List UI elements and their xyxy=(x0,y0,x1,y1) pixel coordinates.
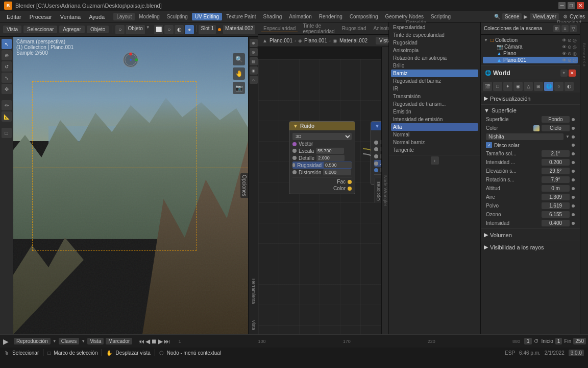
mp-especularidad[interactable]: Especularidad xyxy=(261,25,298,32)
collections-funnel[interactable]: ▽ xyxy=(570,25,577,32)
scene-name[interactable]: Scene xyxy=(502,13,522,20)
tool-annotate[interactable]: ✏ xyxy=(2,100,12,110)
altitud-dot[interactable] xyxy=(572,187,575,190)
mp-anisotropia-list[interactable]: Anisotropia xyxy=(391,47,478,54)
elevacion-dot[interactable] xyxy=(572,170,575,173)
relieve-altura-socket[interactable] xyxy=(374,162,378,166)
menu-ventana[interactable]: Ventana xyxy=(57,13,84,21)
wn-particles[interactable]: ◉ xyxy=(513,82,523,91)
disco-solar-dot[interactable] xyxy=(572,144,575,147)
tool-scale[interactable]: ⤡ xyxy=(2,73,12,83)
tab-layout[interactable]: Layout xyxy=(113,13,135,20)
tl-end-value[interactable]: 250 xyxy=(573,338,586,344)
ruido-distorsion-socket[interactable] xyxy=(292,170,297,174)
tree-collection[interactable]: ▼ □ Collection 👁 ⊙ ◎ xyxy=(483,37,578,43)
tool-cursor[interactable]: ↖ xyxy=(2,39,12,49)
mp-rugosidad-barniz-list[interactable]: Rugosidad del barniz xyxy=(391,77,478,85)
ruido-detalle-input[interactable] xyxy=(316,155,345,161)
wn-renderlayer[interactable]: □ xyxy=(493,82,502,91)
bc-material-icon[interactable]: ◈ xyxy=(298,38,302,43)
mp-brillo-list[interactable]: Brillo xyxy=(391,62,478,70)
mp-rugosidad-list[interactable]: Rugosidad xyxy=(391,39,478,47)
tamano-sol-value[interactable]: 2.1° xyxy=(542,150,570,157)
intensidad-value[interactable]: 0.200 xyxy=(542,159,570,166)
color-dot[interactable] xyxy=(572,127,575,130)
viewport-mode-select[interactable]: Objeto xyxy=(126,25,144,34)
rt-tool-3[interactable]: ▤ xyxy=(250,57,258,65)
tl-vista[interactable]: Vista xyxy=(87,338,104,344)
bc-mesh-icon[interactable]: ▲ xyxy=(262,38,267,43)
ruido-distorsion-input[interactable] xyxy=(323,169,351,175)
menu-editar[interactable]: Editar xyxy=(3,13,25,21)
preview-header[interactable]: ▶ Previsualización xyxy=(484,94,577,103)
plano-vis-cursor[interactable]: ⊙ xyxy=(568,51,572,56)
mp-tinte-list[interactable]: Tinte de especularidad xyxy=(391,31,478,39)
bc-mat-icon2[interactable]: ◉ xyxy=(333,38,337,43)
tool-measure[interactable]: 📐 xyxy=(2,111,12,122)
zoom-out-button[interactable]: 🤚 xyxy=(233,67,245,80)
intensidad2-value[interactable]: 0.400 xyxy=(542,220,570,226)
intensidad-dot[interactable] xyxy=(572,161,575,164)
polvo-value[interactable]: 1.619 xyxy=(542,202,570,209)
rt-tool-4[interactable]: ◉ xyxy=(250,66,258,75)
ruido-vector-socket[interactable] xyxy=(292,142,297,146)
wn-physics[interactable]: △ xyxy=(524,82,533,91)
close-button[interactable]: ✕ xyxy=(577,2,584,9)
wn-world[interactable]: 🌐 xyxy=(544,82,553,91)
tl-prev-frame[interactable]: ◀ xyxy=(145,338,150,345)
tree-plano[interactable]: ▲ Plano 👁 ⊙ ◎ xyxy=(483,50,578,57)
coll-vis-render[interactable]: ◎ xyxy=(573,38,577,43)
disco-solar-checkbox[interactable]: ✓ xyxy=(486,142,492,148)
rotacion-dot[interactable] xyxy=(572,178,575,181)
relieve-intensidad-socket[interactable] xyxy=(374,147,378,151)
rotacion-value[interactable]: 7.9° xyxy=(542,176,570,183)
sky-type-value[interactable]: Nishita xyxy=(486,133,564,140)
wn-object[interactable]: ○ xyxy=(554,82,564,91)
wn-shading[interactable]: ◐ xyxy=(565,82,574,91)
relieve-normal-in-socket[interactable] xyxy=(374,168,378,172)
plano-vis-render[interactable]: ◎ xyxy=(573,51,577,56)
coll-vis-eye[interactable]: 👁 xyxy=(562,38,567,43)
shading-wireframe[interactable]: ⬜ xyxy=(154,25,163,34)
shading-render[interactable]: ● xyxy=(185,25,194,34)
elevacion-value[interactable]: 29.6° xyxy=(542,168,570,174)
tool-add[interactable]: □ xyxy=(2,128,12,138)
mp-rugosidad-transmision-list[interactable]: Rugosidad de transm... xyxy=(391,100,478,108)
ne-options-toggle[interactable]: Opciones xyxy=(374,178,381,203)
tree-plano001[interactable]: ▲ Plano.001 👁 ⊙ ◎ xyxy=(483,57,578,63)
rt-tool-2[interactable]: ⊙ xyxy=(250,48,258,56)
aire-dot[interactable] xyxy=(572,196,575,199)
tl-prev-key[interactable]: ⏮ xyxy=(138,338,144,345)
viewport-3d[interactable]: Cámara (perspectiva) (1) Collection | Pl… xyxy=(13,37,248,334)
ozono-value[interactable]: 6.155 xyxy=(542,211,570,218)
ruido-escala-input[interactable] xyxy=(316,148,344,154)
mp-tangente-list[interactable]: Tangente xyxy=(391,146,478,154)
collections-filter[interactable]: ⊞ xyxy=(553,25,560,32)
altitud-value[interactable]: 0 m xyxy=(542,185,570,192)
relieve-invertir-socket[interactable] xyxy=(374,141,378,145)
tab-modeling[interactable]: Modeling xyxy=(136,13,163,20)
tab-uv-editing[interactable]: UV Editing xyxy=(192,13,222,20)
tl-play-stop[interactable]: ⏹ xyxy=(151,338,157,345)
color-swatch[interactable] xyxy=(533,125,540,131)
tool-move[interactable]: ⊕ xyxy=(2,50,12,60)
visibilidad-header[interactable]: ▶ Visibilidad a los rayos xyxy=(484,242,577,252)
tab-compositing[interactable]: Compositing xyxy=(347,13,381,20)
ozono-dot[interactable] xyxy=(572,213,575,216)
sky-dot[interactable] xyxy=(572,135,575,139)
tab-texture-paint[interactable]: Texture Paint xyxy=(223,13,259,20)
tab-sculpting[interactable]: Sculpting xyxy=(164,13,191,20)
tab-rendering[interactable]: Rendering xyxy=(316,13,346,20)
tool-rotate[interactable]: ↺ xyxy=(2,61,12,72)
tl-marker[interactable]: Marcador xyxy=(106,338,132,344)
ruido-escala-socket[interactable] xyxy=(292,149,297,153)
mp-normal-list[interactable]: Normal xyxy=(391,131,478,139)
mp-emision-list[interactable]: Emisión xyxy=(391,108,478,116)
shading-solid[interactable]: ○ xyxy=(164,25,174,34)
wn-scene[interactable]: 🎬 xyxy=(483,82,492,91)
menu-procesar[interactable]: Procesar xyxy=(26,13,56,21)
view-gizmo[interactable] xyxy=(123,52,138,67)
tree-camara[interactable]: 📷 Cámara 👁 ⊙ ◎ xyxy=(483,43,578,50)
superficie-prop-value[interactable]: Fondo xyxy=(542,116,570,123)
options-panel-toggle[interactable]: Opciones xyxy=(240,173,248,198)
